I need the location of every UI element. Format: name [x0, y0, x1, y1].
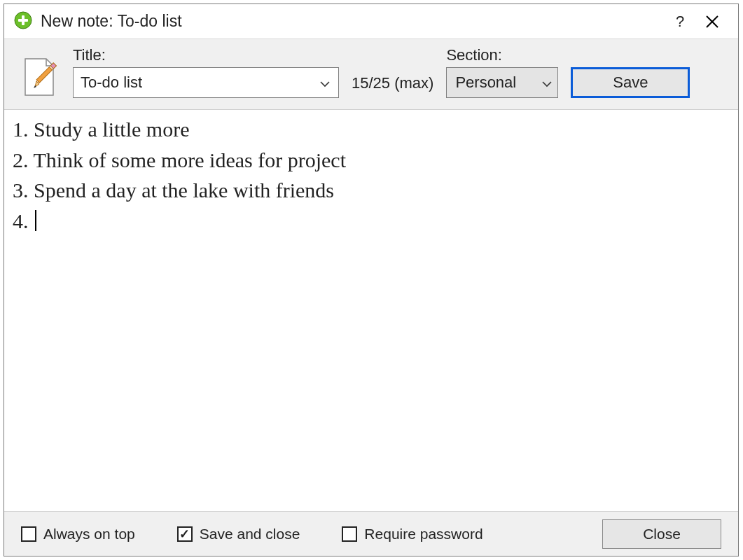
chevron-down-icon	[542, 74, 552, 92]
text-cursor	[35, 210, 36, 231]
chevron-down-icon	[317, 74, 333, 92]
title-combobox[interactable]: To-do list	[73, 67, 339, 98]
footer-bar: Always on top Save and close Require pas…	[4, 511, 738, 556]
dialog-window: New note: To-do list ? Title: To-do list	[4, 4, 739, 556]
title-field-group: Title: To-do list	[73, 46, 339, 98]
save-and-close-checkbox[interactable]: Save and close	[177, 526, 300, 542]
require-password-checkbox[interactable]: Require password	[342, 526, 482, 542]
section-combobox[interactable]: Personal	[446, 67, 558, 98]
section-label: Section:	[446, 46, 558, 64]
title-value: To-do list	[81, 74, 317, 92]
note-body[interactable]: 1. Study a little more 2. Think of some …	[4, 110, 738, 511]
checkbox-box	[21, 526, 36, 542]
window-close-button[interactable]	[696, 9, 728, 34]
note-line: 1. Study a little more	[13, 114, 730, 145]
svg-rect-2	[18, 19, 28, 22]
help-button[interactable]: ?	[664, 9, 696, 34]
save-button[interactable]: Save	[571, 67, 690, 98]
checkbox-box	[342, 526, 357, 542]
note-line: 3. Spend a day at the lake with friends	[13, 175, 730, 206]
checkbox-label: Always on top	[43, 526, 135, 542]
note-line: 2. Think of some more ideas for project	[13, 145, 730, 176]
title-length-counter: 15/25 (max)	[352, 74, 433, 98]
toolbar: Title: To-do list 15/25 (max) Section: P…	[4, 39, 738, 110]
checkbox-label: Require password	[364, 526, 482, 542]
close-button[interactable]: Close	[602, 519, 721, 549]
section-field-group: Section: Personal	[446, 46, 558, 98]
new-note-icon	[14, 11, 32, 32]
note-line: 4.	[13, 206, 730, 237]
note-page-icon	[18, 56, 60, 98]
checkbox-label: Save and close	[200, 526, 300, 542]
checkbox-box	[177, 526, 193, 542]
section-value: Personal	[455, 74, 542, 92]
save-group: Save	[571, 46, 690, 98]
title-label: Title:	[73, 46, 339, 64]
always-on-top-checkbox[interactable]: Always on top	[21, 526, 135, 542]
window-title: New note: To-do list	[41, 12, 664, 31]
title-bar: New note: To-do list ?	[4, 4, 738, 39]
